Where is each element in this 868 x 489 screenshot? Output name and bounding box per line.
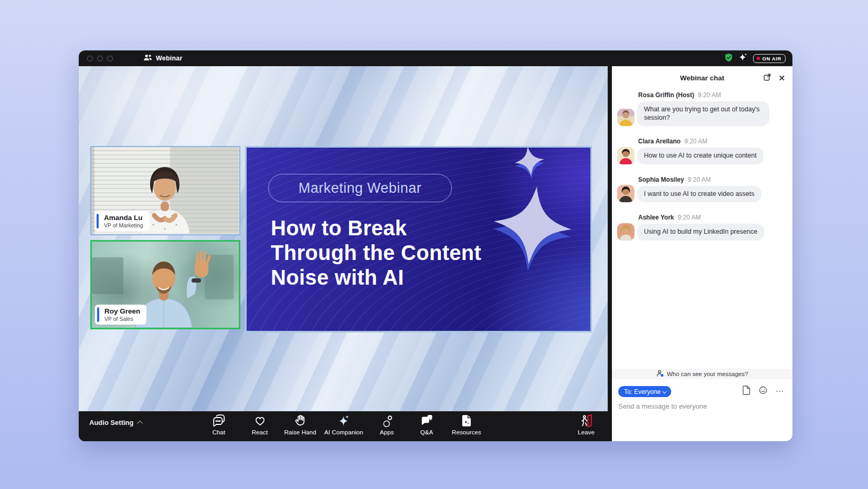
title-bar-right: ON AIR (724, 50, 786, 66)
sender-name: Clara Arellano (638, 138, 681, 145)
react-label: React (252, 429, 268, 435)
on-air-dot (757, 57, 760, 60)
slide-title-line: Noise with AI (271, 265, 481, 290)
raise-hand-label: Raise Hand (284, 429, 316, 435)
meeting-toolbar: Audio Setting Chat React (79, 411, 612, 441)
message-bubble: How to use AI to create unique content (637, 148, 764, 164)
apps-button[interactable]: Apps (367, 414, 407, 435)
window-title: Webinar (156, 55, 183, 62)
chat-message: Sophia Mosiley9:20 AM I want to use AI t… (616, 176, 786, 203)
sender-name: Ashlee York (638, 214, 674, 221)
sender-name: Sophia Mosiley (638, 176, 684, 183)
message-time: 9:20 AM (678, 214, 701, 221)
chat-message-list[interactable]: Rosa Griffin (Host)9:20 AM What are you … (612, 91, 792, 252)
ai-sparkle-icon[interactable] (738, 53, 748, 64)
close-icon[interactable]: ✕ (778, 74, 785, 82)
chat-title: Webinar chat (680, 74, 725, 82)
message-time: 9:20 AM (687, 176, 711, 183)
presentation-slide: Marketing Webinar How to Break Through t… (245, 146, 592, 332)
name-tag-amanda: Amanda Lu VP of Marketing (94, 211, 150, 231)
heart-icon (253, 414, 267, 428)
video-tile-amanda[interactable]: Amanda Lu VP of Marketing (90, 146, 240, 235)
on-air-label: ON AIR (763, 56, 782, 61)
slide-badge-text: Marketing Webinar (299, 180, 422, 196)
speaker-name: Amanda Lu (104, 214, 143, 222)
avatar (617, 109, 634, 126)
chat-panel: Webinar chat ✕ Rosa Griffin (Host)9:20 A… (612, 66, 792, 441)
chat-header: Webinar chat ✕ (612, 66, 792, 89)
video-stage: Amanda Lu VP of Marketing (79, 66, 608, 411)
chevron-down-icon (662, 389, 666, 393)
speaker-role: VP of Sales (104, 316, 140, 322)
qa-button[interactable]: Q&A (407, 414, 447, 435)
speaker-role: VP of Marketing (104, 222, 143, 228)
ai-companion-icon (337, 414, 351, 428)
raise-hand-button[interactable]: Raise Hand (280, 414, 320, 435)
security-shield-icon[interactable] (724, 53, 733, 64)
window-controls (87, 56, 113, 61)
qa-icon (420, 414, 434, 428)
pop-out-icon[interactable] (763, 73, 771, 83)
slide-decoration-star-large (485, 178, 580, 273)
audio-setting-label: Audio Setting (89, 419, 134, 426)
chevron-up-icon (136, 420, 142, 426)
avatar (617, 147, 634, 164)
chat-button[interactable]: Chat (199, 414, 239, 435)
participants-icon (143, 54, 152, 63)
window-zoom-button[interactable] (107, 56, 113, 61)
resources-button[interactable]: Resources (447, 414, 486, 435)
message-visibility-notice[interactable]: Who can see your messages? (612, 369, 792, 379)
ai-companion-button[interactable]: AI Companion (324, 414, 364, 435)
webinar-window: Webinar ON AIR (79, 50, 792, 441)
message-time: 9:20 AM (698, 91, 721, 99)
audio-setting-button[interactable]: Audio Setting (89, 419, 143, 426)
chat-icon (212, 414, 226, 428)
chat-label: Chat (213, 429, 226, 435)
ai-companion-label: AI Companion (324, 429, 363, 435)
message-bubble: What are you trying to get out of today'… (637, 101, 769, 126)
react-button[interactable]: React (240, 414, 280, 435)
more-options-icon[interactable]: ⋯ (776, 387, 784, 396)
slide-badge: Marketing Webinar (268, 174, 452, 202)
emoji-icon[interactable] (759, 386, 767, 397)
speaker-name: Roy Green (104, 307, 140, 315)
slide-title: How to Break Through the Content Noise w… (271, 216, 481, 290)
resources-label: Resources (452, 429, 481, 435)
message-bubble: Using AI to build my LinkedIn presence (637, 224, 764, 241)
chat-message: Clara Arellano9:20 AM How to use AI to c… (616, 138, 786, 164)
leave-label: Leave (578, 429, 595, 435)
name-tag-roy: Roy Green VP of Sales (95, 305, 146, 325)
avatar (617, 185, 634, 202)
recipient-selector[interactable]: To: Everyone (618, 386, 671, 397)
slide-title-line: Through the Content (271, 241, 481, 265)
message-bubble: I want to use AI to create video assets (637, 186, 761, 203)
chat-message: Rosa Griffin (Host)9:20 AM What are you … (616, 91, 786, 126)
video-tile-roy[interactable]: Roy Green VP of Sales (90, 240, 240, 329)
chat-composer: To: Everyone (612, 379, 792, 441)
slide-decoration-star-small (509, 146, 550, 182)
recipient-label: To: Everyone (624, 388, 661, 396)
resources-icon (460, 414, 474, 428)
apps-label: Apps (380, 429, 394, 435)
window-minimize-button[interactable] (97, 56, 103, 61)
sender-name: Rosa Griffin (Host) (638, 91, 694, 99)
qa-label: Q&A (420, 429, 433, 435)
title-bar: Webinar ON AIR (79, 50, 792, 66)
raise-hand-icon (293, 414, 308, 428)
leave-button[interactable]: Leave (566, 414, 606, 435)
on-air-badge: ON AIR (753, 54, 786, 63)
message-input[interactable] (618, 402, 776, 410)
chat-message: Ashlee York9:20 AM Using AI to build my … (616, 214, 786, 241)
person-privacy-icon (657, 370, 664, 378)
window-close-button[interactable] (87, 56, 93, 61)
leave-icon (579, 414, 594, 428)
window-title-group: Webinar (143, 54, 183, 63)
attach-file-icon[interactable] (743, 386, 750, 397)
apps-icon (380, 414, 394, 428)
message-time: 9:20 AM (684, 138, 707, 145)
avatar (617, 223, 634, 241)
visibility-notice-text: Who can see your messages? (667, 371, 748, 377)
slide-title-line: How to Break (271, 216, 481, 241)
